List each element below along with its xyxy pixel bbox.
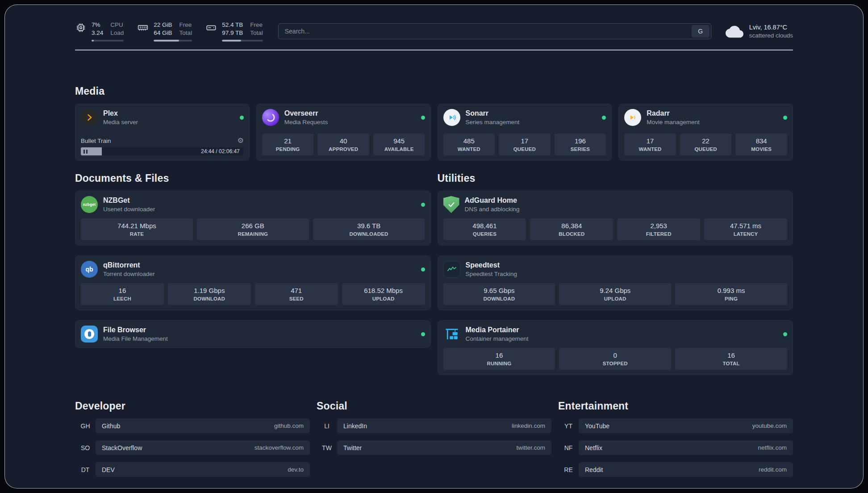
stat-box: 21 PENDING <box>262 134 314 155</box>
service-card-nzbget[interactable]: nzbget NZBGet Usenet downloader 744.21 M… <box>75 191 431 246</box>
section-title-social: Social <box>317 400 551 412</box>
bookmark-netflix[interactable]: NF Netflix netflix.com <box>558 440 793 455</box>
bookmark-url: dev.to <box>288 466 304 473</box>
cpu-load-label: Load <box>110 29 124 37</box>
service-card-plex[interactable]: Plex Media server Bullet Train ⚙ <box>75 104 250 161</box>
service-card-adguard[interactable]: AdGuard Home DNS and adblocking 498,461 … <box>438 191 793 246</box>
stat-value: 17 <box>626 137 674 145</box>
stat-value: 196 <box>556 137 605 145</box>
service-subtitle: Usenet downloader <box>103 205 155 213</box>
stat-value: 2,953 <box>619 222 698 230</box>
stat-value: 21 <box>264 137 312 145</box>
stat-box: 47.571 ms LATENCY <box>704 218 787 240</box>
cpu-label: CPU <box>110 21 124 29</box>
stat-value: 1.19 Gbps <box>170 287 249 295</box>
stat-box: 834 MOVIES <box>735 134 787 155</box>
stat-box: 9.24 Gbps UPLOAD <box>559 283 671 305</box>
bookmark-dev[interactable]: DT DEV dev.to <box>75 462 310 477</box>
service-card-qbittorrent[interactable]: qb qBittorrent Torrent downloader 16 LEE… <box>75 255 431 310</box>
bookmark-name: LinkedIn <box>343 422 367 430</box>
stat-box: 1.19 Gbps DOWNLOAD <box>168 283 251 305</box>
stat-label: SERIES <box>556 146 605 152</box>
bookmark-pill: StackOverflow stackoverflow.com <box>96 440 310 455</box>
stat-label: APPROVED <box>319 146 367 152</box>
service-card-portainer[interactable]: Media Portainer Container management 16 … <box>438 320 793 375</box>
search-provider-button[interactable]: G <box>692 25 709 38</box>
stat-box: 266 GB REMAINING <box>197 218 309 240</box>
section-title-media: Media <box>75 85 793 97</box>
stat-value: 485 <box>445 137 493 145</box>
bookmark-group-developer: Developer GH Github github.com SO StackO… <box>75 400 310 484</box>
gear-icon[interactable]: ⚙ <box>237 137 243 144</box>
section-title-developer: Developer <box>75 400 310 412</box>
bookmark-name: Github <box>102 422 120 430</box>
bookmark-linkedin[interactable]: LI LinkedIn linkedin.com <box>317 418 551 433</box>
header-divider <box>75 50 793 50</box>
stat-label: QUEUED <box>682 146 730 152</box>
service-subtitle: DNS and adblocking <box>465 205 520 213</box>
stat-box: 485 WANTED <box>443 134 495 155</box>
service-card-sonarr[interactable]: Sonarr Series management 485 WANTED 17 Q… <box>438 104 612 161</box>
bookmark-abbr: RE <box>558 466 579 473</box>
weather-widget[interactable]: Lviv, 16.87°C scattered clouds <box>726 22 793 41</box>
bookmark-pill: Netflix netflix.com <box>579 440 793 455</box>
search-input[interactable] <box>278 23 711 39</box>
stat-value: 618.52 Mbps <box>344 287 423 295</box>
bookmark-name: Twitter <box>343 444 362 451</box>
cpu-percent: 7% <box>92 21 103 29</box>
speedtest-icon <box>443 261 460 278</box>
bookmark-github[interactable]: GH Github github.com <box>75 418 310 433</box>
stat-value: 16 <box>83 287 162 295</box>
bookmark-group-entertainment: Entertainment YT YouTube youtube.com NF … <box>558 400 793 484</box>
bookmark-abbr: GH <box>75 422 96 430</box>
service-card-filebrowser[interactable]: File Browser Media File Management <box>75 320 431 348</box>
status-dot <box>421 203 425 207</box>
playback-time: 24:44 / 02:06:47 <box>201 148 240 155</box>
stat-value: 47.571 ms <box>706 222 785 230</box>
stat-label: MOVIES <box>737 146 785 152</box>
stat-label: RATE <box>83 231 191 237</box>
service-name: Radarr <box>647 109 700 118</box>
disk-usage-bar <box>222 40 263 42</box>
pause-icon[interactable] <box>83 150 88 154</box>
service-name: Plex <box>103 109 138 118</box>
playback-progress-bar[interactable]: 24:44 / 02:06:47 <box>81 147 244 155</box>
section-title-utilities: Utilities <box>438 172 793 184</box>
cpu-usage-bar <box>92 40 124 42</box>
stat-box: 196 SERIES <box>555 134 606 155</box>
stat-value: 834 <box>737 137 785 145</box>
status-dot <box>421 267 425 272</box>
service-subtitle: Movie management <box>647 118 700 126</box>
stat-box: 17 QUEUED <box>499 134 551 155</box>
disk-total: 97.9 TB <box>222 29 243 37</box>
bookmark-youtube[interactable]: YT YouTube youtube.com <box>558 418 793 433</box>
service-card-overseerr[interactable]: Overseerr Media Requests 21 PENDING 40 A… <box>256 104 431 161</box>
stat-box: 471 SEED <box>255 283 338 305</box>
stat-box: 86,384 BLOCKED <box>530 218 613 240</box>
service-card-speedtest[interactable]: Speedtest Speedtest Tracking 9.65 Gbps D… <box>438 255 793 310</box>
bookmark-reddit[interactable]: RE Reddit reddit.com <box>558 462 793 477</box>
service-card-radarr[interactable]: Radarr Movie management 17 WANTED 22 QUE… <box>618 104 793 161</box>
stat-label: DOWNLOAD <box>445 296 554 302</box>
disk-widget: 52.4 TB 97.9 TB Free Total <box>205 21 263 42</box>
stat-box: 16 LEECH <box>81 283 164 305</box>
service-subtitle: Container management <box>466 335 529 343</box>
cpu-load-average: 3.24 <box>92 29 103 37</box>
bookmark-url: linkedin.com <box>512 422 545 429</box>
service-name: NZBGet <box>103 196 155 205</box>
stat-label: PING <box>677 296 785 302</box>
cpu-widget: 7% 3.24 CPU Load <box>75 21 124 42</box>
dashboard-panel: 7% 3.24 CPU Load <box>4 4 864 489</box>
portainer-icon <box>443 326 460 343</box>
disk-free-label: Free <box>250 21 263 29</box>
stat-label: WANTED <box>445 146 493 152</box>
overseerr-icon <box>262 109 279 126</box>
stat-value: 744.21 Mbps <box>83 222 191 230</box>
bookmark-stackoverflow[interactable]: SO StackOverflow stackoverflow.com <box>75 440 310 455</box>
stat-label: AVAILABLE <box>375 146 423 152</box>
disk-free: 52.4 TB <box>222 21 243 29</box>
bookmark-twitter[interactable]: TW Twitter twitter.com <box>317 440 551 455</box>
cloud-icon <box>726 23 743 41</box>
stat-label: PENDING <box>264 146 312 152</box>
qbittorrent-icon: qb <box>81 261 98 278</box>
